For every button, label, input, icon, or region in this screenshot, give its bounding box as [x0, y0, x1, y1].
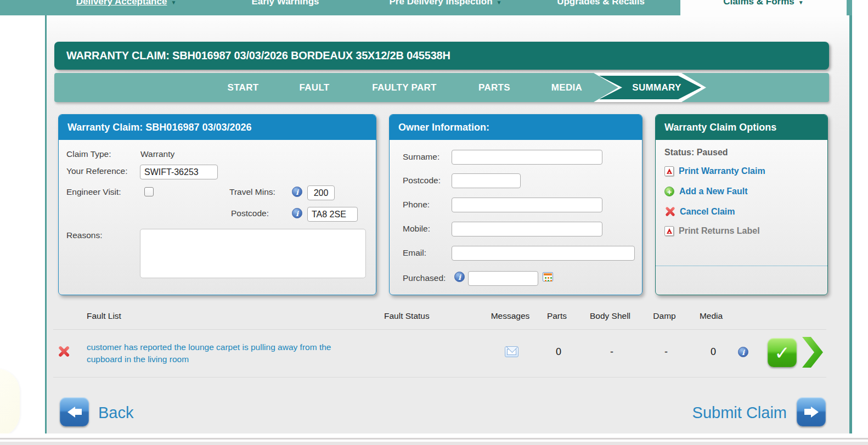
reasons-label: Reasons:: [66, 230, 102, 240]
calendar-icon[interactable]: [543, 272, 553, 281]
your-reference-input[interactable]: [140, 165, 218, 179]
nav-item-pre-delivery-inspection[interactable]: Pre Delivery Inspection ▼: [390, 0, 502, 7]
add-icon: [664, 187, 674, 196]
window-bottom-edge: [0, 438, 868, 440]
parts-count: 0: [556, 346, 561, 358]
step-faulty-part[interactable]: FAULTY PART: [372, 73, 437, 102]
info-icon[interactable]: [292, 208, 302, 218]
pdf-icon: [664, 166, 674, 176]
step-parts[interactable]: PARTS: [478, 73, 510, 102]
back-button[interactable]: [60, 397, 89, 426]
nav-item-early-warnings[interactable]: Early Warnings: [251, 0, 319, 7]
damp-value: -: [664, 346, 668, 358]
page: Delivery Acceptance ▼ Early Warnings Pre…: [0, 0, 868, 445]
reasons-textarea[interactable]: [140, 229, 366, 278]
travel-mins-label: Travel Mins:: [229, 187, 275, 197]
warranty-claim-panel-title: Warranty Claim: SBH016987 03/03/2026: [67, 122, 252, 133]
left-border: [45, 15, 47, 433]
owner-postcode-input[interactable]: [452, 173, 521, 188]
dotted-divider: [656, 266, 827, 266]
column-header-damp: Damp: [653, 311, 675, 321]
surname-label: Surname:: [403, 152, 439, 162]
nav-label: Delivery Acceptance: [76, 0, 167, 7]
cancel-claim-link[interactable]: Cancel Claim: [664, 206, 735, 217]
engineer-visit-label: Engineer Visit:: [66, 187, 121, 197]
info-icon[interactable]: [738, 347, 748, 357]
column-header-media: Media: [700, 311, 723, 321]
page-title: WARRANTY CLAIM: SBH016987 03/03/2026 BOR…: [66, 49, 450, 62]
add-new-fault-link[interactable]: Add a New Fault: [664, 187, 747, 196]
nav-label: Upgrades & Recalls: [557, 0, 645, 7]
panel-title: Warranty Claim Options: [656, 115, 827, 140]
step-start[interactable]: START: [228, 73, 259, 102]
mobile-label: Mobile:: [403, 224, 430, 234]
mobile-input[interactable]: [452, 222, 602, 236]
step-summary-label: SUMMARY: [632, 73, 681, 102]
chevron-down-icon: ▼: [798, 0, 804, 5]
purchased-date-input[interactable]: [468, 271, 538, 286]
nav-tab-claims-forms[interactable]: Claims & Forms ▼: [680, 0, 847, 15]
window-bottom-strip: [0, 442, 868, 445]
warranty-claim-options-title: Warranty Claim Options: [664, 122, 776, 133]
delete-fault-icon[interactable]: [58, 346, 70, 358]
owner-information-panel: Owner Information: Surname: Postcode: Ph…: [389, 114, 642, 295]
cancel-icon: [664, 206, 675, 217]
claim-postcode-input[interactable]: [307, 207, 358, 222]
fault-description-link[interactable]: customer has reported the lounge carpet …: [87, 341, 367, 365]
add-new-fault-label: Add a New Fault: [679, 187, 747, 196]
nav-item-upgrades-recalls[interactable]: Upgrades & Recalls: [557, 0, 645, 7]
nav-item-claims-forms[interactable]: Claims & Forms ▼: [723, 0, 803, 7]
column-header-messages: Messages: [491, 311, 530, 321]
travel-mins-input[interactable]: [307, 185, 335, 200]
step-summary-active[interactable]: SUMMARY: [594, 73, 706, 102]
print-returns-label-text: Print Returns Label: [679, 226, 760, 236]
print-returns-label-link[interactable]: Print Returns Label: [664, 226, 760, 236]
corner-overlay: [0, 369, 20, 437]
panel-title: Warranty Claim: SBH016987 03/03/2026: [59, 115, 376, 140]
envelope-icon[interactable]: [505, 346, 518, 357]
step-fault[interactable]: FAULT: [299, 73, 329, 102]
media-count: 0: [711, 346, 716, 358]
claim-type-label: Claim Type:: [66, 149, 111, 159]
warranty-claim-title-bar: WARRANTY CLAIM: SBH016987 03/03/2026 BOR…: [54, 42, 829, 70]
warranty-claim-panel: Warranty Claim: SBH016987 03/03/2026 Cla…: [58, 114, 376, 295]
owner-postcode-label: Postcode:: [403, 176, 441, 185]
column-header-parts: Parts: [547, 311, 567, 321]
column-header-fault-list: Fault List: [87, 311, 121, 321]
phone-input[interactable]: [452, 198, 602, 212]
submit-claim-link[interactable]: Submit Claim: [692, 404, 787, 422]
column-header-body-shell: Body Shell: [590, 311, 630, 321]
nav-label: Claims & Forms: [723, 0, 794, 7]
approve-fault-button[interactable]: ✓: [768, 338, 797, 367]
nav-item-delivery-acceptance[interactable]: Delivery Acceptance ▼: [76, 0, 177, 7]
cancel-claim-label: Cancel Claim: [680, 207, 735, 217]
print-warranty-claim-label: Print Warranty Claim: [679, 166, 765, 176]
right-border: [849, 0, 852, 433]
surname-input[interactable]: [452, 150, 602, 165]
table-divider-bottom: [53, 377, 826, 378]
your-reference-label: Your Reference:: [66, 166, 127, 176]
wizard-steps-bar: START FAULT FAULTY PART PARTS MEDIA SUMM…: [54, 73, 829, 102]
print-warranty-claim-link[interactable]: Print Warranty Claim: [664, 166, 765, 176]
step-media[interactable]: MEDIA: [551, 73, 582, 102]
info-icon[interactable]: [292, 187, 302, 197]
chevron-down-icon: ▼: [171, 0, 176, 5]
chevron-down-icon: ▼: [497, 0, 502, 5]
submit-claim-button[interactable]: [797, 397, 826, 426]
nav-label: Pre Delivery Inspection: [390, 0, 493, 7]
purchased-label: Purchased:: [403, 273, 446, 283]
warranty-claim-options-body: Status: Paused Print Warranty Claim Add …: [656, 140, 827, 295]
status-badge: Status: Paused: [664, 148, 728, 157]
column-header-fault-status: Fault Status: [384, 311, 430, 321]
email-label: Email:: [403, 248, 426, 258]
back-link[interactable]: Back: [98, 404, 133, 422]
info-icon[interactable]: [454, 272, 465, 282]
email-input[interactable]: [452, 246, 635, 261]
claim-type-value: Warranty: [140, 149, 174, 159]
phone-label: Phone:: [403, 200, 430, 210]
engineer-visit-checkbox[interactable]: [144, 187, 154, 196]
warranty-claim-options-panel: Warranty Claim Options Status: Paused Pr…: [655, 114, 828, 295]
arrow-left-icon: [67, 407, 82, 418]
panel-title: Owner Information:: [390, 115, 642, 140]
warranty-claim-panel-body: Claim Type: Warranty Your Reference: Eng…: [59, 140, 376, 295]
